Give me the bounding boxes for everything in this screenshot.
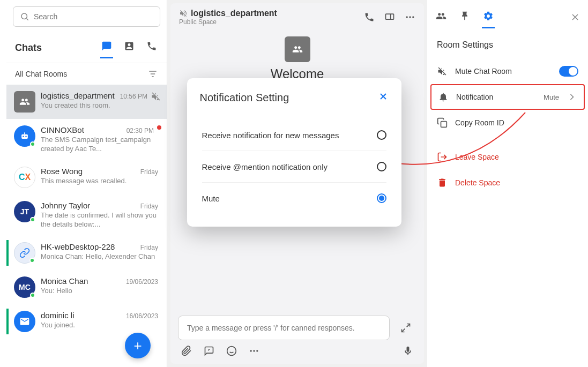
svg-point-6 [23,136,24,138]
svg-point-7 [25,136,27,138]
phone-icon [146,41,157,51]
mute-toggle[interactable] [559,66,578,77]
delete-label: Delete Space [455,178,578,187]
chats-title: Chats [15,42,100,54]
notification-row[interactable]: Notification Mute [430,84,585,110]
chat-list: logistics_department10:56 PMYou created … [6,85,167,367]
rp-tab-settings[interactable] [482,8,495,28]
room-settings-panel: Room Settings Mute Chat Room Notificatio… [427,0,588,367]
svg-rect-20 [441,122,447,128]
chevron-right-icon [567,92,577,102]
svg-point-17 [256,350,258,351]
chat-item-3[interactable]: JTJohnny TaylorFridayThe date is confirm… [6,194,167,236]
filter-icon[interactable] [147,69,158,79]
expand-icon [400,323,411,333]
rp-tab-pinned[interactable] [458,8,471,28]
svg-point-11 [406,16,408,18]
search-input[interactable] [34,12,153,21]
mute-room-row[interactable]: Mute Chat Room [427,58,588,84]
new-chat-fab[interactable]: + [125,333,151,358]
svg-point-15 [250,350,252,351]
canned-icon[interactable] [204,346,214,356]
more-icon[interactable] [405,12,415,23]
close-icon [378,91,389,102]
chat-item-4[interactable]: HK-webDesktop-228FridayMonica Chan: Hell… [6,236,167,270]
gear-icon [483,11,494,21]
chat-icon [101,41,112,51]
svg-line-1 [26,18,28,20]
svg-rect-9 [386,14,394,19]
chat-item-2[interactable]: CXRose WongFridayThis message was recall… [6,160,167,194]
leave-space-row[interactable]: Leave Space [427,144,588,170]
more-tools-icon[interactable] [249,346,259,356]
close-icon [570,12,580,23]
group-icon [292,44,303,55]
svg-point-12 [409,16,411,18]
modal-title: Notification Setting [200,92,289,104]
volume-off-icon [179,9,188,18]
mic-icon[interactable] [403,346,413,356]
tab-calls[interactable] [145,38,158,58]
volume-off-icon [437,66,448,77]
svg-point-0 [21,13,27,19]
notification-value: Mute [544,93,559,101]
modal-close[interactable] [378,91,389,104]
room-name-text: logistics_department [191,9,277,18]
room-title: logistics_department [179,9,364,18]
copy-room-id-row[interactable]: Copy Room ID [427,110,588,136]
delete-space-row[interactable]: Delete Space [427,170,588,196]
search-box[interactable] [13,6,160,27]
notif-option-0[interactable]: Receive notification for new messages [187,119,401,151]
notification-setting-modal: Notification Setting Receive notificatio… [187,78,401,227]
contact-icon [124,41,135,51]
svg-point-14 [227,347,236,356]
filter-label[interactable]: All Chat Rooms [15,70,147,78]
chat-item-1[interactable]: CINNOXBot02:30 PMThe SMS Campaign test_c… [6,119,167,160]
welcome-avatar [285,36,310,62]
attach-icon[interactable] [181,346,192,356]
tab-contacts[interactable] [123,38,136,58]
pin-icon [459,11,470,21]
members-icon [436,11,446,21]
sidebar: Chats All Chat Rooms logistics_departmen… [6,0,167,367]
copy-icon [437,117,448,128]
tab-chats[interactable] [100,38,113,58]
svg-point-13 [412,16,414,18]
svg-rect-5 [21,134,28,139]
expand-composer[interactable] [395,316,416,340]
chat-item-5[interactable]: MCMonica Chan19/06/2023You: Hello [6,270,167,304]
rp-title: Room Settings [427,33,588,58]
bell-icon [438,92,449,102]
emoji-icon[interactable] [226,346,237,356]
room-subtitle: Public Space [179,18,364,26]
notif-option-1[interactable]: Receive @mention notification only [202,151,386,182]
rp-tab-members[interactable] [435,8,448,28]
call-icon[interactable] [364,12,375,23]
notification-label: Notification [456,93,536,101]
chat-item-0[interactable]: logistics_department10:56 PMYou created … [6,85,167,119]
close-panel[interactable] [570,12,580,25]
message-input[interactable] [178,316,390,340]
leave-icon [437,152,448,162]
svg-point-16 [253,350,255,351]
notif-option-2[interactable]: Mute [202,182,386,214]
search-icon [20,11,29,22]
trash-icon [437,177,448,188]
mute-label: Mute Chat Room [455,67,552,76]
copy-label: Copy Room ID [455,118,578,127]
screen-icon[interactable] [384,12,395,23]
leave-label: Leave Space [455,153,578,161]
